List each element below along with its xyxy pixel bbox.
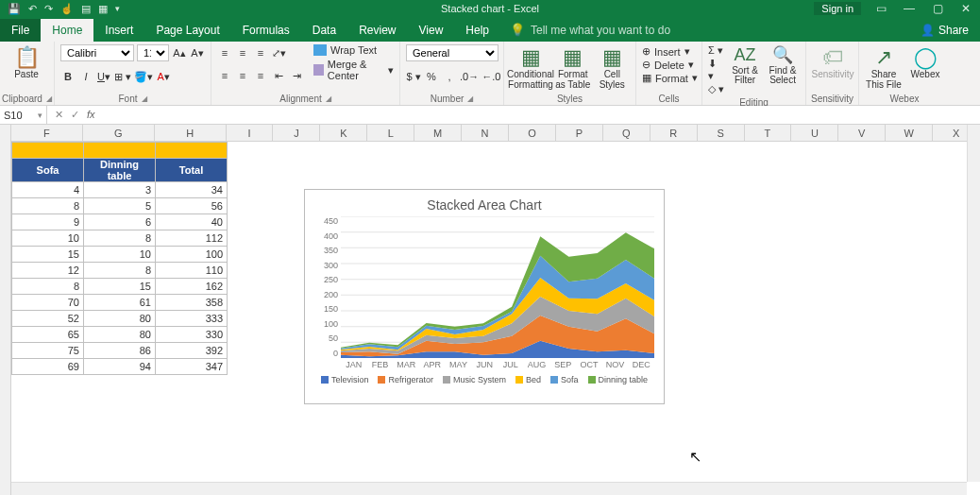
qat-icon[interactable]: ▤ xyxy=(81,3,91,15)
sort-filter-button[interactable]: AZSort & Filter xyxy=(728,44,762,86)
border-icon[interactable]: ⊞ ▾ xyxy=(114,68,131,85)
col-header[interactable]: S xyxy=(698,125,745,142)
bold-icon[interactable]: B xyxy=(60,68,76,85)
qat-more-icon[interactable]: ▾ xyxy=(115,4,120,13)
tab-review[interactable]: Review xyxy=(347,19,407,42)
chart-object[interactable]: Stacked Area Chart 450400350300250200150… xyxy=(304,189,665,404)
align-middle-icon[interactable]: ≡ xyxy=(235,44,250,61)
comma-icon[interactable]: , xyxy=(442,68,457,85)
dec-decimal-icon[interactable]: ←.0 xyxy=(482,68,500,85)
webex-button[interactable]: ◯Webex xyxy=(906,44,944,80)
table-icon: ▦ xyxy=(563,46,583,68)
minimize-icon[interactable]: — xyxy=(895,2,923,15)
align-left-icon[interactable]: ≡ xyxy=(217,67,232,84)
col-header[interactable]: T xyxy=(745,125,792,142)
vertical-scrollbar[interactable] xyxy=(967,125,980,482)
insert-button[interactable]: ⊕Insert ▾ xyxy=(642,45,690,58)
dialog-launcher-icon[interactable]: ◢ xyxy=(326,94,331,103)
touch-mode-icon[interactable]: ☝ xyxy=(60,3,74,15)
tab-page-layout[interactable]: Page Layout xyxy=(144,19,230,42)
qat-icon[interactable]: ▦ xyxy=(98,3,108,15)
formula-input[interactable] xyxy=(103,106,980,124)
ribbon-display-icon[interactable]: ▭ xyxy=(867,2,895,15)
group-number: General $ ▾ % , .0→ ←.0 Number◢ xyxy=(400,42,504,105)
italic-icon[interactable]: I xyxy=(78,68,93,85)
col-header[interactable]: G xyxy=(83,125,155,142)
dialog-launcher-icon[interactable]: ◢ xyxy=(142,94,147,103)
inc-decimal-icon[interactable]: .0→ xyxy=(460,68,479,85)
align-bottom-icon[interactable]: ≡ xyxy=(253,44,268,61)
row-headers[interactable] xyxy=(0,125,11,495)
share-button[interactable]: 👤 Share xyxy=(915,19,974,42)
chart-plot-area: 450400350300250200150100500 xyxy=(314,216,654,358)
font-color-icon[interactable]: A▾ xyxy=(156,68,171,85)
sign-in-button[interactable]: Sign in xyxy=(814,2,861,15)
font-family-select[interactable]: Calibri xyxy=(60,44,134,61)
shrink-font-icon[interactable]: A▾ xyxy=(190,44,205,61)
tab-view[interactable]: View xyxy=(408,19,455,42)
find-select-button[interactable]: 🔍Find & Select xyxy=(766,44,800,86)
col-header[interactable]: J xyxy=(273,125,320,142)
clear-icon[interactable]: ◇ ▾ xyxy=(708,83,724,95)
tab-data[interactable]: Data xyxy=(301,19,347,42)
percent-icon[interactable]: % xyxy=(424,68,439,85)
tab-insert[interactable]: Insert xyxy=(93,19,144,42)
col-header[interactable]: U xyxy=(791,125,838,142)
tab-help[interactable]: Help xyxy=(454,19,500,42)
col-header[interactable]: V xyxy=(838,125,886,142)
column-headers[interactable]: FGHIJKLMNOPQRSTUVWX xyxy=(11,125,980,142)
underline-icon[interactable]: U ▾ xyxy=(96,68,111,85)
align-top-icon[interactable]: ≡ xyxy=(217,44,232,61)
merge-center-button[interactable]: Merge & Center ▾ xyxy=(313,59,394,81)
col-header[interactable]: M xyxy=(414,125,462,142)
format-as-table-button[interactable]: ▦Format as Table xyxy=(555,44,591,90)
col-header[interactable]: R xyxy=(651,125,698,142)
col-header[interactable]: N xyxy=(462,125,509,142)
fx-icon[interactable]: fx xyxy=(87,109,95,121)
fill-icon[interactable]: ⬇ ▾ xyxy=(708,58,724,82)
col-header[interactable]: P xyxy=(556,125,603,142)
font-size-select[interactable]: 11 xyxy=(137,44,169,61)
indent-dec-icon[interactable]: ⇤ xyxy=(271,67,286,84)
col-header[interactable]: W xyxy=(886,125,933,142)
format-button[interactable]: ▦Format ▾ xyxy=(642,72,698,84)
undo-icon[interactable]: ↶ xyxy=(28,3,37,15)
paste-button[interactable]: 📋Paste xyxy=(6,44,47,80)
close-icon[interactable]: ✕ xyxy=(952,2,980,15)
indent-inc-icon[interactable]: ⇥ xyxy=(289,67,304,84)
enter-formula-icon[interactable]: ✓ xyxy=(71,109,79,121)
col-header[interactable]: K xyxy=(320,125,367,142)
align-center-icon[interactable]: ≡ xyxy=(235,67,250,84)
orientation-icon[interactable]: ⤢▾ xyxy=(271,44,286,61)
delete-button[interactable]: ⊖Delete ▾ xyxy=(642,59,694,71)
conditional-formatting-button[interactable]: ▦Conditional Formatting xyxy=(510,44,551,90)
autosum-icon[interactable]: Σ ▾ xyxy=(708,44,724,57)
title-bar: 💾 ↶ ↷ ☝ ▤ ▦ ▾ Stacked chart - Excel Sign… xyxy=(0,0,980,17)
tab-formulas[interactable]: Formulas xyxy=(231,19,301,42)
col-header[interactable]: F xyxy=(11,125,83,142)
cell-styles-button[interactable]: ▦Cell Styles xyxy=(595,44,631,90)
tell-me-search[interactable]: 💡 Tell me what you want to do xyxy=(500,18,680,42)
col-header[interactable]: H xyxy=(155,125,227,142)
col-header[interactable]: L xyxy=(367,125,414,142)
name-box[interactable]: S10 ▾ xyxy=(0,106,47,124)
redo-icon[interactable]: ↷ xyxy=(44,3,53,15)
wrap-text-button[interactable]: Wrap Text xyxy=(313,44,394,56)
share-file-button[interactable]: ↗Share This File xyxy=(865,44,903,90)
dialog-launcher-icon[interactable]: ◢ xyxy=(46,94,52,103)
tab-home[interactable]: Home xyxy=(41,19,93,42)
currency-icon[interactable]: $ ▾ xyxy=(406,68,421,85)
align-right-icon[interactable]: ≡ xyxy=(253,67,268,84)
save-icon[interactable]: 💾 xyxy=(8,3,21,15)
number-format-select[interactable]: General xyxy=(406,44,498,61)
fill-color-icon[interactable]: 🪣▾ xyxy=(134,68,153,85)
col-header[interactable]: O xyxy=(509,125,556,142)
tab-file[interactable]: File xyxy=(0,19,41,42)
horizontal-scrollbar[interactable] xyxy=(11,482,967,495)
col-header[interactable]: Q xyxy=(603,125,651,142)
cancel-formula-icon[interactable]: ✕ xyxy=(55,109,63,121)
dialog-launcher-icon[interactable]: ◢ xyxy=(467,94,473,103)
maximize-icon[interactable]: ▢ xyxy=(923,2,952,15)
col-header[interactable]: I xyxy=(227,125,274,142)
grow-font-icon[interactable]: A▴ xyxy=(172,44,187,61)
